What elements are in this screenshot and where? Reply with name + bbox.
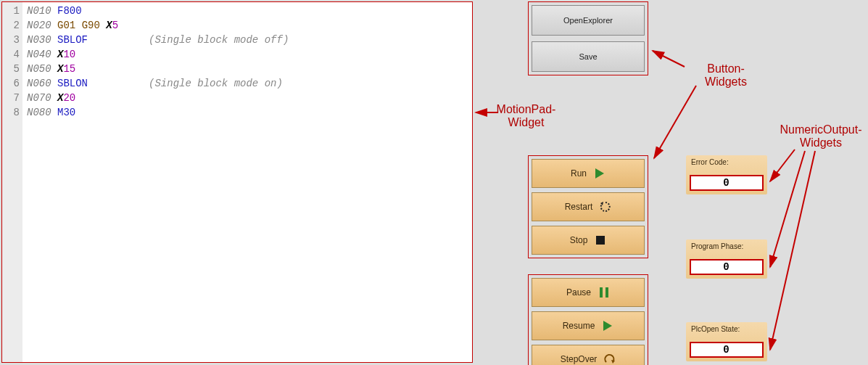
file-button-group: OpenExplorer Save <box>528 1 648 75</box>
svg-rect-2 <box>596 236 605 245</box>
code-line[interactable]: N010 F800 <box>27 4 472 18</box>
svg-rect-4 <box>605 287 608 298</box>
svg-line-12 <box>770 151 815 350</box>
pause-button[interactable]: Pause <box>532 278 645 307</box>
code-line[interactable]: N030 SBLOF (Single block mode off) <box>27 33 472 47</box>
svg-line-7 <box>653 51 685 67</box>
resume-button[interactable]: Resume <box>532 311 645 340</box>
play-icon <box>594 168 605 179</box>
stepover-label: StepOver <box>561 354 598 364</box>
svg-marker-5 <box>603 321 612 331</box>
restart-button[interactable]: Restart <box>532 192 645 221</box>
stop-icon <box>595 234 606 246</box>
open-explorer-button[interactable]: OpenExplorer <box>532 5 645 36</box>
pause-icon <box>598 287 610 298</box>
run-button-group: Run Restart Stop <box>528 155 648 258</box>
line-number: 4 <box>2 47 20 62</box>
svg-line-10 <box>770 149 795 181</box>
line-number-gutter: 12345678 <box>2 2 22 362</box>
plcopen-state-widget: PlcOpen State: 0 <box>686 322 767 361</box>
plcopen-state-value: 0 <box>690 342 764 358</box>
play-icon <box>602 320 613 332</box>
open-explorer-label: OpenExplorer <box>563 16 613 25</box>
save-button[interactable]: Save <box>532 41 645 72</box>
motionpad-widget[interactable]: 12345678 N010 F800N020 G01 G90 X5N030 SB… <box>1 1 473 363</box>
restart-icon <box>600 201 611 213</box>
run-label: Run <box>571 168 587 179</box>
line-number: 7 <box>2 91 20 105</box>
code-line[interactable]: N050 X15 <box>27 62 472 76</box>
line-number: 6 <box>2 76 20 91</box>
line-number: 1 <box>2 4 20 18</box>
save-label: Save <box>579 52 597 61</box>
annotation-button-widgets: Button-Widgets <box>686 62 766 89</box>
error-code-label: Error Code: <box>690 157 764 175</box>
program-phase-label: Program Phase: <box>690 242 764 259</box>
code-line[interactable]: N020 G01 G90 X5 <box>27 18 472 33</box>
svg-line-8 <box>654 86 696 158</box>
code-line[interactable]: N040 X10 <box>27 47 472 62</box>
error-code-value: 0 <box>690 175 764 191</box>
code-line[interactable]: N060 SBLON (Single block mode on) <box>27 76 472 91</box>
program-phase-widget: Program Phase: 0 <box>686 239 767 279</box>
stop-button[interactable]: Stop <box>532 226 645 255</box>
error-code-widget: Error Code: 0 <box>686 155 767 194</box>
annotation-motionpad-widget: MotionPad-Widget <box>492 103 561 129</box>
svg-marker-6 <box>611 360 615 364</box>
code-area[interactable]: N010 F800N020 G01 G90 X5N030 SBLOF (Sing… <box>22 2 472 362</box>
line-number: 8 <box>2 105 20 120</box>
svg-rect-3 <box>600 287 603 298</box>
step-button-group: Pause Resume StepOver <box>528 274 648 365</box>
svg-marker-0 <box>595 168 604 179</box>
svg-marker-1 <box>600 202 603 205</box>
resume-label: Resume <box>563 321 595 331</box>
program-phase-value: 0 <box>690 259 764 275</box>
pause-label: Pause <box>566 287 591 298</box>
stop-label: Stop <box>570 235 588 245</box>
code-line[interactable]: N080 M30 <box>27 105 472 120</box>
stepover-icon <box>604 353 616 365</box>
stepover-button[interactable]: StepOver <box>532 345 645 365</box>
line-number: 3 <box>2 33 20 47</box>
restart-label: Restart <box>565 202 593 212</box>
code-line[interactable]: N070 X20 <box>27 91 472 105</box>
plcopen-state-label: PlcOpen State: <box>690 324 764 342</box>
line-number: 2 <box>2 18 20 33</box>
annotation-numeric-widgets: NumericOutput-Widgets <box>777 123 864 149</box>
run-button[interactable]: Run <box>532 159 645 188</box>
svg-line-11 <box>770 151 805 267</box>
line-number: 5 <box>2 62 20 76</box>
